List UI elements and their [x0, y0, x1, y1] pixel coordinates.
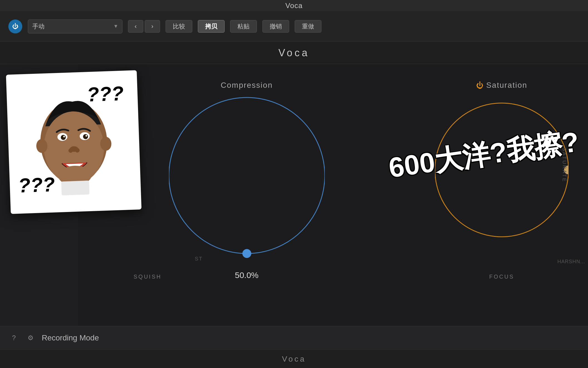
settings-button[interactable]: ⚙: [25, 332, 36, 343]
compression-label: Compression: [221, 81, 273, 90]
paste-button[interactable]: 粘贴: [230, 20, 257, 33]
help-icon: ?: [12, 334, 16, 342]
footer-title: Voca: [282, 355, 306, 364]
bottom-bar: ? ⚙ Recording Mode: [0, 326, 588, 350]
meme-face: ??? ???: [6, 70, 141, 214]
plugin-main: Inp Auto Output Compression ST SQUISH 50…: [0, 64, 588, 326]
saturation-circle-svg: [435, 92, 569, 265]
settings-icon: ⚙: [28, 334, 34, 342]
saturation-label: Saturation: [486, 81, 527, 90]
st-label: ST: [195, 256, 203, 262]
title-bar: Voca: [0, 0, 588, 11]
saturation-label-container: ⏻ Saturation: [476, 81, 527, 90]
help-button[interactable]: ?: [8, 332, 19, 343]
svg-point-1: [242, 249, 251, 258]
meme-image: ??? ???: [6, 70, 141, 214]
toolbar: ⏻ 手动 ▼ ‹ › 比较 拷贝 粘贴 撤销 重做: [0, 11, 588, 42]
compression-value: 50.0%: [235, 270, 259, 280]
back-button[interactable]: ‹: [128, 20, 143, 33]
compare-button[interactable]: 比较: [166, 20, 192, 33]
squish-label: SQUISH: [134, 274, 162, 280]
copy-button[interactable]: 拷贝: [198, 20, 225, 33]
saturation-area: ⏻ Saturation SATURATE HARSHN... FOCUS: [415, 64, 588, 326]
footer: Voca: [0, 350, 588, 368]
harshness-label: HARSHN...: [557, 259, 585, 265]
recording-mode-label: Recording Mode: [42, 333, 99, 342]
title-bar-title: Voca: [286, 1, 303, 10]
nav-arrows: ‹ ›: [128, 20, 160, 33]
compression-circle-svg: [169, 89, 325, 284]
question-marks-bottom: ???: [18, 173, 55, 197]
undo-button[interactable]: 撤销: [262, 20, 289, 33]
plugin-header: Voca: [0, 42, 588, 64]
question-marks-top: ???: [87, 82, 124, 106]
svg-point-0: [169, 98, 325, 254]
focus-label: FOCUS: [489, 274, 514, 280]
plugin-header-title: Voca: [278, 47, 309, 59]
svg-rect-16: [61, 181, 90, 195]
preset-select[interactable]: 手动: [28, 20, 122, 33]
redo-button[interactable]: 重做: [295, 20, 321, 33]
saturation-power-icon: ⏻: [476, 81, 483, 90]
preset-select-wrapper: 手动 ▼: [28, 20, 122, 33]
forward-button[interactable]: ›: [145, 20, 160, 33]
power-button[interactable]: ⏻: [8, 20, 22, 33]
